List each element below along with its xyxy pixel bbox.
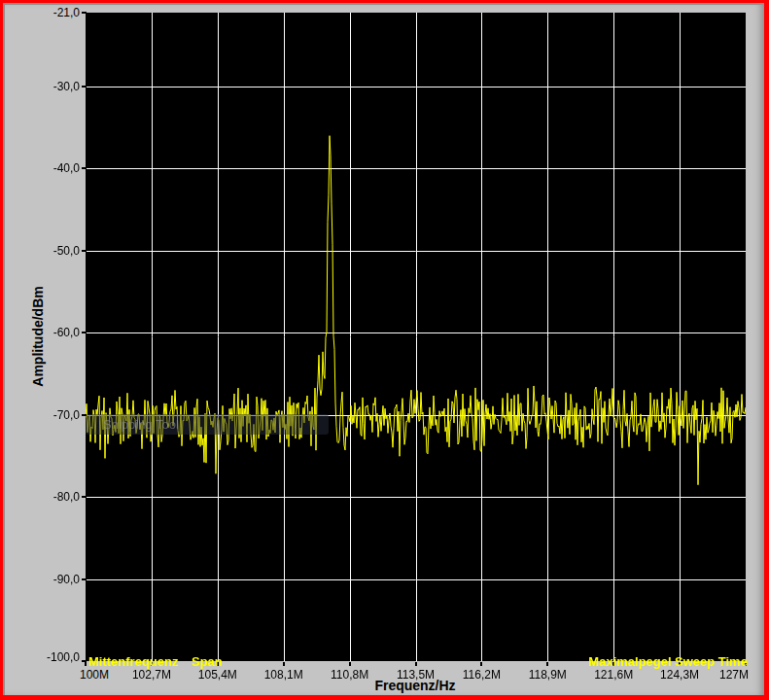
y-axis-tick-label: -70,0 <box>4 408 80 422</box>
y-axis-tick-mark <box>82 332 87 333</box>
readout-span: Span 27.000000 MHz <box>192 619 277 700</box>
readout-sweep-time: Sweep Time 308 ms <box>675 619 743 700</box>
y-axis-tick-label: -100,0 <box>4 650 80 664</box>
x-axis-tick-mark <box>415 662 417 666</box>
y-axis-tick-label: -30,0 <box>4 80 80 93</box>
center-frequency-label: Mittenfrequenz <box>88 654 179 669</box>
sweep-time-label: Sweep Time <box>675 654 743 669</box>
x-axis-tick-mark <box>546 662 548 666</box>
y-axis-tick-label: -60,0 <box>4 326 80 339</box>
x-axis-tick-label: 110,8M <box>321 668 379 682</box>
y-axis-tick-mark <box>82 12 87 14</box>
x-axis-tick-label: 113,5M <box>387 668 445 682</box>
y-axis-tick-label: -50,0 <box>4 244 80 258</box>
spectrum-trace-canvas <box>86 13 746 661</box>
max-level-label: Maximalpegel <box>587 654 673 669</box>
y-axis-tick-mark <box>82 496 87 498</box>
y-axis-tick-label: -40,0 <box>4 161 80 175</box>
spectrum-analyzer-window: Snipping Tool Mittenfrequenz 113.500000 … <box>0 0 769 700</box>
readout-center-frequency: Mittenfrequenz 113.500000 MHz <box>88 619 179 700</box>
y-axis-tick-label: -80,0 <box>4 490 80 504</box>
y-axis-tick-label: -90,0 <box>4 573 80 586</box>
readout-max-level: Maximalpegel -36 dB <box>587 619 673 700</box>
x-axis-tick-mark <box>480 662 482 666</box>
y-axis-tick-mark <box>82 86 87 88</box>
x-axis-tick-mark <box>283 662 285 666</box>
y-axis-tick-label: -21,0 <box>4 6 80 19</box>
x-axis-tick-mark <box>349 662 351 666</box>
plot-area: Snipping Tool Mittenfrequenz 113.500000 … <box>86 13 746 661</box>
span-label: Span <box>192 654 277 669</box>
y-axis-tick-mark <box>82 167 87 169</box>
y-axis-tick-mark <box>82 578 87 580</box>
watermark-text: Snipping Tool <box>103 417 179 432</box>
x-axis-tick-mark <box>85 662 87 666</box>
x-axis-tick-label: 116,2M <box>452 668 510 682</box>
y-axis-tick-mark <box>82 250 87 252</box>
x-axis-tick-label: 118,9M <box>518 668 577 682</box>
snipping-tool-watermark: Snipping Tool <box>86 414 329 435</box>
